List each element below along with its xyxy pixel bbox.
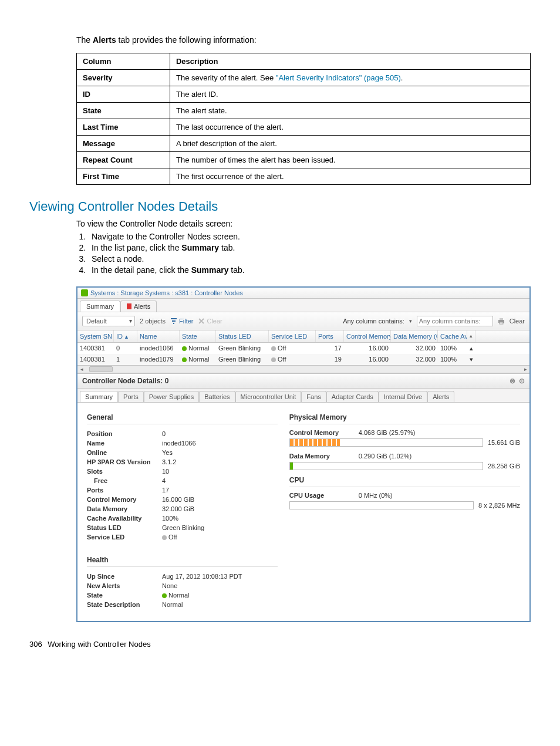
tab-summary[interactable]: Summary bbox=[80, 301, 120, 312]
health-state-desc: Normal bbox=[162, 601, 183, 608]
def-column-desc: The last occurrence of the alert. bbox=[170, 119, 530, 136]
object-count: 2 objects bbox=[140, 318, 166, 325]
clear-filter-button[interactable]: Clear bbox=[198, 318, 222, 325]
general-ctrl-mem: 16.000 GiB bbox=[162, 496, 194, 503]
table-cell: 1 bbox=[114, 354, 137, 365]
table-row[interactable]: 14003810inoded1066NormalGreen BlinkingOf… bbox=[77, 343, 529, 354]
general-position: 0 bbox=[162, 430, 166, 437]
alerts-columns-table: Column Description SeverityThe severity … bbox=[76, 53, 531, 185]
detail-tab-internal-drive[interactable]: Internal Drive bbox=[379, 391, 427, 402]
def-row: Last TimeThe last occurrence of the aler… bbox=[77, 119, 531, 136]
search-input[interactable] bbox=[417, 316, 493, 326]
detail-tab-power-supplies[interactable]: Power Supplies bbox=[144, 391, 199, 402]
col-name[interactable]: Name bbox=[137, 330, 180, 342]
breadcrumb: Systems : Storage Systems : s381 : Contr… bbox=[77, 288, 529, 299]
footer-title: Working with Controller Nodes bbox=[48, 640, 150, 649]
general-group-title: General bbox=[87, 413, 278, 424]
table-cell: Off bbox=[269, 343, 316, 354]
filter-button[interactable]: Filter bbox=[170, 318, 193, 325]
def-row: Repeat CountThe number of times the aler… bbox=[77, 152, 531, 168]
general-slots: 10 bbox=[162, 468, 169, 475]
cpu-total: 8 x 2,826 MHz bbox=[478, 502, 520, 509]
def-header-column: Column bbox=[77, 53, 170, 70]
top-tabs: Summary Alerts bbox=[77, 299, 529, 312]
health-state: Normal bbox=[162, 592, 189, 599]
general-service-led: Off bbox=[162, 534, 177, 541]
steps-intro: To view the Controller Node details scre… bbox=[76, 219, 531, 228]
vertical-scrollbar[interactable]: ▴ bbox=[467, 330, 475, 342]
breadcrumb-icon bbox=[81, 289, 88, 296]
chevron-down-icon[interactable]: ▾ bbox=[409, 318, 412, 324]
def-row: StateThe alert state. bbox=[77, 103, 531, 119]
table-cell: 19 bbox=[316, 354, 344, 365]
table-cell: Green Blinking bbox=[216, 343, 269, 354]
detail-tab-summary[interactable]: Summary bbox=[80, 391, 118, 402]
tab-alerts[interactable]: Alerts bbox=[120, 301, 157, 312]
svg-rect-1 bbox=[171, 318, 177, 319]
general-free: 4 bbox=[162, 477, 166, 484]
svg-rect-6 bbox=[500, 322, 503, 324]
table-cell: Normal bbox=[180, 343, 216, 354]
physmem-ctrl-value: 4.068 GiB (25.97%) bbox=[359, 429, 416, 436]
table-cell: inoded1079 bbox=[137, 354, 180, 365]
detail-tab-ports[interactable]: Ports bbox=[118, 391, 144, 402]
controller-nodes-screenshot: Systems : Storage Systems : s381 : Contr… bbox=[76, 286, 531, 622]
table-cell: 16.000 bbox=[344, 354, 391, 365]
table-cell: 100% bbox=[438, 343, 467, 354]
def-column-name: Message bbox=[77, 136, 170, 152]
detail-tab-fans[interactable]: Fans bbox=[301, 391, 326, 402]
col-cache[interactable]: Cache Availabili bbox=[438, 330, 467, 342]
clear-button[interactable]: Clear bbox=[510, 318, 525, 325]
horizontal-scrollbar[interactable]: ◂▸ bbox=[77, 365, 529, 373]
collapse-up-icon[interactable]: ⊗ bbox=[510, 377, 515, 385]
general-online: Yes bbox=[162, 449, 173, 456]
table-cell: Normal bbox=[180, 354, 216, 365]
any-column-label: Any column contains: bbox=[343, 318, 404, 325]
col-ports[interactable]: Ports bbox=[316, 330, 344, 342]
def-column-desc: The number of times the alert has been i… bbox=[170, 152, 530, 168]
table-cell: Green Blinking bbox=[216, 354, 269, 365]
general-ports: 17 bbox=[162, 487, 169, 494]
step-item: Navigate to the Controller Nodes screen. bbox=[88, 232, 531, 241]
svg-rect-0 bbox=[81, 289, 88, 296]
breadcrumb-text: Systems : Storage Systems : s381 : Contr… bbox=[90, 289, 243, 296]
physmem-data-value: 0.290 GiB (1.02%) bbox=[359, 453, 412, 460]
collapse-down-icon[interactable]: ⊙ bbox=[519, 377, 525, 385]
detail-tab-alerts[interactable]: Alerts bbox=[427, 391, 454, 402]
general-data-mem: 32.000 GiB bbox=[162, 505, 194, 512]
cross-ref-link[interactable]: "Alert Severity Indicators" (page 505) bbox=[276, 73, 401, 82]
def-column-name: State bbox=[77, 103, 170, 119]
col-status-led[interactable]: Status LED bbox=[216, 330, 269, 342]
alerts-tab-intro: The Alerts tab provides the following in… bbox=[76, 35, 531, 45]
table-cell: 16.000 bbox=[344, 343, 391, 354]
detail-tab-adapter-cards[interactable]: Adapter Cards bbox=[326, 391, 379, 402]
col-data-mem[interactable]: Data Memory (GiB) bbox=[391, 330, 438, 342]
view-dropdown[interactable]: Default bbox=[82, 316, 135, 326]
col-ctrl-mem[interactable]: Control Memory (GiB) bbox=[344, 330, 391, 342]
grid-header: System SN ID▲ Name State Status LED Serv… bbox=[77, 330, 529, 343]
table-cell: 32.000 bbox=[391, 343, 438, 354]
printer-icon[interactable] bbox=[498, 318, 505, 325]
step-item: In the detail pane, click the Summary ta… bbox=[88, 265, 531, 275]
def-column-name: ID bbox=[77, 86, 170, 103]
health-group-title: Health bbox=[87, 556, 278, 567]
svg-rect-5 bbox=[500, 318, 503, 320]
physmem-group-title: Physical Memory bbox=[289, 413, 520, 424]
general-name: inoded1066 bbox=[162, 440, 196, 447]
physmem-ctrl-total: 15.661 GiB bbox=[488, 439, 520, 446]
detail-tab-batteries[interactable]: Batteries bbox=[199, 391, 235, 402]
table-cell: 1400381 bbox=[77, 354, 114, 365]
table-cell: 0 bbox=[114, 343, 137, 354]
page-footer: 306 Working with Controller Nodes bbox=[29, 640, 531, 649]
clear-icon bbox=[198, 318, 205, 325]
health-new-alerts: None bbox=[162, 582, 177, 589]
section-heading: Viewing Controller Nodes Details bbox=[29, 199, 531, 214]
table-cell: ▾ bbox=[467, 354, 475, 365]
col-state[interactable]: State bbox=[180, 330, 216, 342]
detail-tab-microcontroller-unit[interactable]: Microcontroller Unit bbox=[235, 391, 302, 402]
table-row[interactable]: 14003811inoded1079NormalGreen BlinkingOf… bbox=[77, 354, 529, 365]
def-column-name: Last Time bbox=[77, 119, 170, 136]
col-system-sn[interactable]: System SN bbox=[77, 330, 114, 342]
col-id[interactable]: ID▲ bbox=[114, 330, 137, 342]
col-service-led[interactable]: Service LED bbox=[269, 330, 316, 342]
